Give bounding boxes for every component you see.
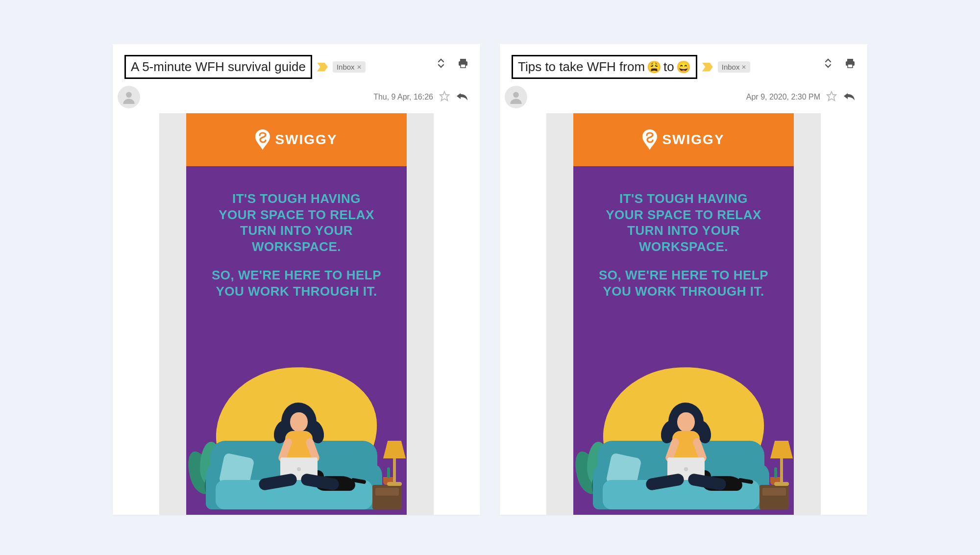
brand-banner: SWIGGY — [186, 113, 407, 166]
swiggy-logo-icon — [642, 129, 657, 150]
hero-panel: IT'S TOUGH HAVING YOUR SPACE TO RELAX TU… — [573, 166, 794, 515]
important-marker-icon[interactable] — [702, 63, 713, 72]
swiggy-logo-icon — [255, 129, 270, 150]
inbox-label-text: Inbox — [337, 63, 355, 71]
timestamp: Thu, 9 Apr, 16:26 — [373, 93, 433, 101]
svg-rect-0 — [460, 59, 466, 61]
inbox-label[interactable]: Inbox ✕ — [718, 61, 751, 73]
brand-name: SWIGGY — [662, 132, 724, 148]
inbox-label-text: Inbox — [722, 63, 740, 71]
svg-marker-4 — [440, 92, 449, 101]
headline-line: YOUR SPACE TO RELAX — [584, 207, 783, 223]
header-actions — [823, 58, 856, 69]
emoji-grin: 😄 — [676, 61, 691, 73]
headline-line: YOU WORK THROUGH IT. — [197, 283, 396, 300]
timestamp: Apr 9, 2020, 2:30 PM — [746, 93, 820, 101]
svg-rect-2 — [461, 64, 466, 68]
email-body: SWIGGY IT'S TOUGH HAVING YOUR SPACE TO R… — [546, 113, 821, 515]
print-icon[interactable] — [458, 58, 468, 69]
close-label-icon[interactable]: ✕ — [741, 64, 746, 71]
headline-block-1: IT'S TOUGH HAVING YOUR SPACE TO RELAX TU… — [584, 191, 783, 254]
headline-line: SO, WE'RE HERE TO HELP — [584, 267, 783, 283]
svg-marker-9 — [827, 92, 836, 101]
subject-text-middle: to — [663, 59, 674, 75]
star-icon[interactable] — [826, 91, 837, 103]
inbox-label[interactable]: Inbox ✕ — [333, 61, 366, 73]
headline-line: YOU WORK THROUGH IT. — [584, 283, 783, 300]
headline-block-1: IT'S TOUGH HAVING YOUR SPACE TO RELAX TU… — [197, 191, 396, 254]
email-body: SWIGGY IT'S TOUGH HAVING YOUR SPACE TO R… — [159, 113, 434, 515]
svg-rect-7 — [848, 64, 853, 68]
header-actions — [436, 58, 468, 69]
star-icon[interactable] — [439, 91, 450, 103]
svg-rect-5 — [847, 59, 853, 61]
subject-row: A 5-minute WFH survival guide Inbox ✕ — [113, 44, 480, 86]
subject-text: A 5-minute WFH survival guide — [131, 59, 306, 75]
subject-text: Tips to take WFH from — [518, 59, 645, 75]
headline-line: IT'S TOUGH HAVING — [197, 191, 396, 207]
close-label-icon[interactable]: ✕ — [357, 64, 362, 71]
headline-line: IT'S TOUGH HAVING — [584, 191, 783, 207]
headline-block-2: SO, WE'RE HERE TO HELP YOU WORK THROUGH … — [584, 267, 783, 299]
headline-line: YOUR SPACE TO RELAX — [197, 207, 396, 223]
hero-panel: IT'S TOUGH HAVING YOUR SPACE TO RELAX TU… — [186, 166, 407, 515]
svg-point-8 — [513, 92, 519, 98]
collapse-icon[interactable] — [436, 58, 446, 69]
meta-row: Thu, 9 Apr, 16:26 — [113, 86, 480, 113]
headline-block-2: SO, WE'RE HERE TO HELP YOU WORK THROUGH … — [197, 267, 396, 299]
subject-row: Tips to take WFH from 😩 to 😄 Inbox ✕ — [500, 44, 867, 86]
reply-icon[interactable] — [456, 91, 468, 103]
svg-point-3 — [126, 92, 132, 98]
email-subject: Tips to take WFH from 😩 to 😄 — [512, 55, 697, 79]
wfh-illustration — [573, 362, 794, 515]
avatar[interactable] — [118, 86, 140, 108]
print-icon[interactable] — [845, 58, 856, 69]
brand-name: SWIGGY — [275, 132, 337, 148]
email-subject: A 5-minute WFH survival guide — [124, 55, 312, 79]
email-card-right: Tips to take WFH from 😩 to 😄 Inbox ✕ Apr… — [500, 44, 867, 515]
emoji-weary: 😩 — [647, 61, 662, 73]
reply-icon[interactable] — [843, 91, 856, 103]
email-card-left: A 5-minute WFH survival guide Inbox ✕ Th… — [113, 44, 480, 515]
avatar[interactable] — [505, 86, 527, 108]
headline-line: SO, WE'RE HERE TO HELP — [197, 267, 396, 283]
collapse-icon[interactable] — [823, 58, 833, 69]
headline-line: TURN INTO YOUR WORKSPACE. — [584, 223, 783, 254]
headline-line: TURN INTO YOUR WORKSPACE. — [197, 223, 396, 254]
important-marker-icon[interactable] — [317, 63, 328, 72]
meta-row: Apr 9, 2020, 2:30 PM — [500, 86, 867, 113]
brand-banner: SWIGGY — [573, 113, 794, 166]
wfh-illustration — [186, 362, 407, 515]
